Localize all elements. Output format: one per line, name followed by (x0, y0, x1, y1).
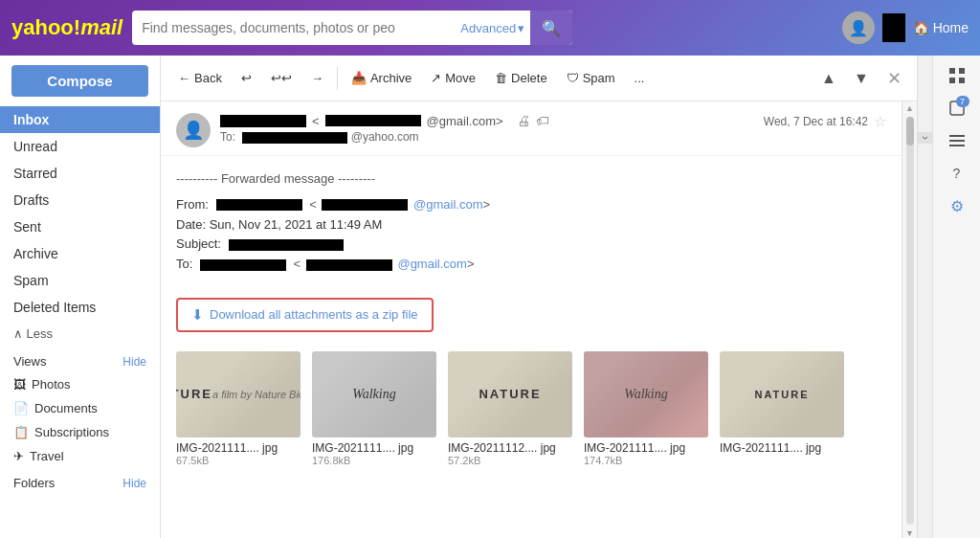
home-button[interactable]: 🏠 Home (913, 20, 969, 35)
home-icon: 🏠 (913, 20, 929, 35)
shield-icon: 🛡 (567, 71, 579, 85)
download-btn-wrapper: ⬇ Download all attachments as a zip file (176, 298, 886, 332)
logo: yahoo!mail (11, 15, 122, 40)
from-line: From: < @gmail.com> (176, 195, 886, 215)
forward-button[interactable]: → (303, 66, 331, 90)
archive-button[interactable]: 📥 Archive (344, 66, 419, 90)
sidebar-item-documents[interactable]: 📄 Documents (0, 396, 160, 420)
travel-icon: ✈ (13, 449, 24, 463)
less-toggle[interactable]: ∧ Less (0, 321, 160, 347)
reply-all-button[interactable]: ↩↩ (263, 66, 300, 90)
main-layout: Compose Inbox Unread Starred Drafts Sent… (0, 56, 980, 538)
panel-icon-help[interactable]: ? (943, 161, 971, 186)
sidebar-item-travel[interactable]: ✈ Travel (0, 444, 160, 468)
sidebar: Compose Inbox Unread Starred Drafts Sent… (0, 56, 161, 538)
search-input[interactable] (132, 20, 455, 35)
search-advanced-toggle[interactable]: Advanced ▾ (455, 21, 530, 35)
more-button[interactable]: ... (627, 66, 653, 90)
email-body: ---------- Forwarded message --------- F… (161, 156, 902, 288)
svg-rect-5 (949, 135, 965, 137)
svg-rect-7 (949, 145, 965, 146)
download-zip-button[interactable]: ⬇ Download all attachments as a zip file (176, 298, 434, 332)
sender-name-redacted (220, 115, 306, 127)
sidebar-item-sent[interactable]: Sent (0, 213, 160, 240)
print-icon[interactable]: 🖨 (517, 113, 530, 128)
sidebar-item-archive[interactable]: Archive (0, 240, 160, 267)
attachments-grid: NATURE a film by Nature Biopack IMG-2021… (161, 342, 902, 482)
scroll-down-arrow[interactable]: ▼ (905, 528, 914, 538)
to-fwd-line: To: < @gmail.com> (176, 255, 886, 275)
close-button[interactable]: ✕ (880, 65, 907, 92)
sidebar-item-unread[interactable]: Unread (0, 133, 160, 160)
expand-button[interactable]: › (917, 132, 934, 144)
views-section-header: Views Hide (0, 347, 160, 372)
prev-message-button[interactable]: ▲ (815, 65, 842, 92)
star-icon[interactable]: ☆ (874, 113, 886, 130)
panel-icon-badge[interactable]: 7 (943, 96, 971, 121)
reply-icon: ↩ (241, 71, 252, 85)
download-icon: ⬇ (191, 306, 204, 324)
folders-hide-link[interactable]: Hide (122, 477, 146, 490)
sender-avatar: 👤 (176, 113, 211, 147)
attachment-name-1: IMG-2021111.... jpg (312, 441, 436, 455)
move-button[interactable]: ↗ Move (423, 66, 483, 90)
sidebar-item-subscriptions[interactable]: 📋 Subscriptions (0, 420, 160, 444)
scrollbar-track[interactable] (906, 117, 914, 525)
sidebar-item-inbox[interactable]: Inbox (0, 106, 160, 133)
attachment-item-1[interactable]: Walking IMG-2021111.... jpg 176.8kB (312, 351, 436, 466)
search-button[interactable]: 🔍 (530, 11, 572, 45)
svg-rect-0 (949, 68, 955, 74)
date-line: Date: Sun, Nov 21, 2021 at 11:49 AM (176, 215, 886, 235)
svg-rect-2 (949, 78, 955, 83)
chevron-down-icon: ▾ (518, 21, 524, 35)
scroll-up-arrow[interactable]: ▲ (905, 103, 914, 113)
panel-icon-grid[interactable] (943, 63, 971, 88)
delete-button[interactable]: 🗑 Delete (487, 66, 555, 90)
avatar[interactable]: 👤 (842, 11, 875, 44)
sender-line: < @gmail.com> 🖨 🏷 (220, 113, 764, 128)
forward-icon: → (311, 71, 323, 85)
back-arrow-icon: ← (178, 71, 190, 85)
forwarded-header: ---------- Forwarded message --------- (176, 169, 886, 190)
reply-all-icon: ↩↩ (271, 71, 292, 85)
email-date: Wed, 7 Dec at 16:42 (764, 115, 868, 128)
move-icon: ↗ (431, 71, 441, 85)
to-line: To: @yahoo.com (220, 130, 764, 144)
sidebar-item-starred[interactable]: Starred (0, 160, 160, 187)
back-button[interactable]: ← Back (170, 66, 230, 90)
user-icon: 👤 (849, 19, 868, 37)
sidebar-item-photos[interactable]: 🖼 Photos (0, 372, 160, 396)
attachment-item-3[interactable]: Walking IMG-2021111.... jpg 174.7kB (584, 351, 708, 466)
reply-button[interactable]: ↩ (234, 66, 259, 90)
svg-rect-6 (949, 140, 965, 142)
trash-icon: 🗑 (495, 71, 507, 85)
documents-icon: 📄 (13, 401, 29, 415)
sidebar-item-deleted-items[interactable]: Deleted Items (0, 294, 160, 321)
attachment-item-2[interactable]: NATURE IMG-20211112.... jpg 57.2kB (448, 351, 572, 466)
attachment-name-0: IMG-2021111.... jpg (176, 441, 301, 455)
next-message-button[interactable]: ▼ (848, 65, 875, 92)
email-toolbar: ← Back ↩ ↩↩ → 📥 Archive ↗ Move 🗑 (161, 56, 917, 101)
attachment-item-0[interactable]: NATURE a film by Nature Biopack IMG-2021… (176, 351, 301, 466)
account-name-box[interactable] (882, 13, 905, 42)
sidebar-item-drafts[interactable]: Drafts (0, 187, 160, 213)
attachment-item-4[interactable]: NATURE IMG-2021111.... jpg (720, 351, 844, 466)
compose-button[interactable]: Compose (11, 65, 148, 97)
tag-icon[interactable]: 🏷 (536, 113, 549, 128)
email-content-area: ← Back ↩ ↩↩ → 📥 Archive ↗ Move 🗑 (161, 56, 917, 538)
attachment-thumb-1: Walking (312, 351, 436, 437)
sidebar-item-spam[interactable]: Spam (0, 267, 160, 294)
panel-icon-settings[interactable]: ⚙ (943, 193, 971, 218)
scrollbar-thumb[interactable] (906, 117, 914, 146)
attachment-name-3: IMG-2021111.... jpg (584, 441, 708, 455)
subscriptions-icon: 📋 (13, 425, 29, 439)
scrollbar-area: ▲ ▼ (902, 101, 917, 538)
spam-button[interactable]: 🛡 Spam (559, 66, 623, 90)
views-hide-link[interactable]: Hide (122, 355, 146, 369)
subject-line: Subject: (176, 235, 886, 255)
email-header: 👤 < @gmail.com> 🖨 🏷 To: (161, 101, 902, 156)
email-meta: < @gmail.com> 🖨 🏷 To: @yahoo.com (220, 113, 764, 144)
attachment-thumb-0: NATURE a film by Nature Biopack (176, 351, 301, 437)
email-date-area: Wed, 7 Dec at 16:42 ☆ (764, 113, 886, 130)
panel-icon-list[interactable] (943, 128, 971, 153)
